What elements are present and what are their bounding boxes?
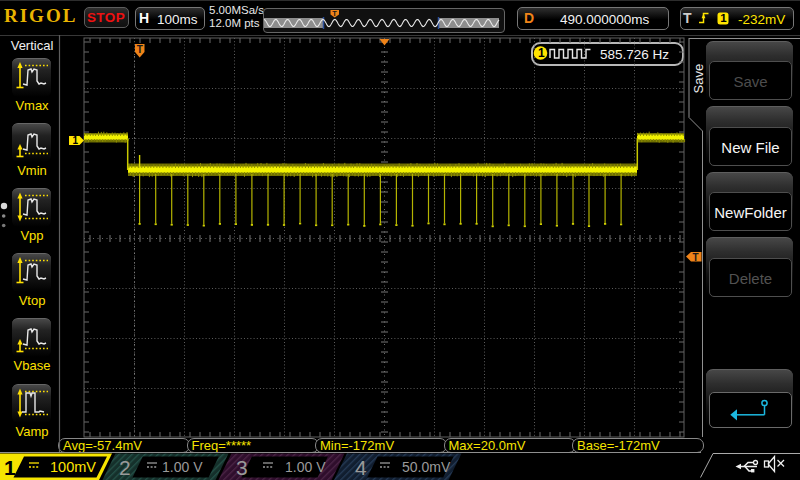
svg-text:1: 1 bbox=[538, 46, 545, 60]
svg-text:T: T bbox=[693, 252, 699, 263]
svg-text:1: 1 bbox=[73, 135, 79, 146]
svg-text:T: T bbox=[332, 9, 337, 18]
svg-text:1: 1 bbox=[720, 12, 727, 24]
svg-text:T: T bbox=[137, 44, 143, 55]
